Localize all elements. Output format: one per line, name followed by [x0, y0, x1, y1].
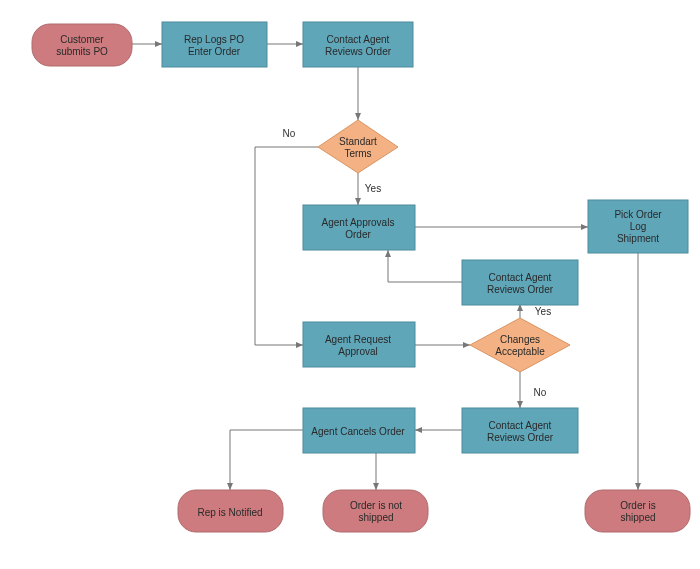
svg-text:Rep Logs PO: Rep Logs PO	[184, 34, 244, 45]
svg-text:Reviews Order: Reviews Order	[487, 432, 554, 443]
svg-text:shipped: shipped	[358, 512, 393, 523]
svg-text:shipped: shipped	[620, 512, 655, 523]
svg-text:Order is: Order is	[620, 500, 656, 511]
svg-text:Pick Order: Pick Order	[614, 209, 662, 220]
label-terms-yes: Yes	[365, 183, 381, 194]
svg-text:Order is not: Order is not	[350, 500, 402, 511]
svg-text:Order: Order	[345, 229, 371, 240]
svg-text:Agent Cancels Order: Agent Cancels Order	[311, 426, 405, 437]
svg-text:Agent Approvals: Agent Approvals	[322, 217, 395, 228]
svg-text:Rep is Notified: Rep is Notified	[197, 507, 262, 518]
svg-text:Enter Order: Enter Order	[188, 46, 241, 57]
svg-text:submits PO: submits PO	[56, 46, 108, 57]
svg-text:Agent Request: Agent Request	[325, 334, 391, 345]
edge-cancels-to-repnotified	[230, 430, 303, 490]
edge-review2-to-approvals	[388, 250, 462, 282]
svg-text:Terms: Terms	[344, 148, 371, 159]
flowchart-canvas: Yes No Yes No Customer submits PO Rep Lo…	[0, 0, 700, 569]
svg-text:Contact Agent: Contact Agent	[489, 272, 552, 283]
svg-text:Log: Log	[630, 221, 647, 232]
label-changes-yes: Yes	[535, 306, 551, 317]
svg-text:Approval: Approval	[338, 346, 377, 357]
svg-text:Customer: Customer	[60, 34, 104, 45]
svg-text:Reviews Order: Reviews Order	[325, 46, 392, 57]
label-changes-no: No	[534, 387, 547, 398]
label-terms-no: No	[283, 128, 296, 139]
svg-text:Contact Agent: Contact Agent	[327, 34, 390, 45]
svg-text:Shipment: Shipment	[617, 233, 659, 244]
svg-text:Reviews Order: Reviews Order	[487, 284, 554, 295]
svg-text:Contact Agent: Contact Agent	[489, 420, 552, 431]
svg-text:Acceptable: Acceptable	[495, 346, 545, 357]
svg-text:Standart: Standart	[339, 136, 377, 147]
svg-text:Changes: Changes	[500, 334, 540, 345]
